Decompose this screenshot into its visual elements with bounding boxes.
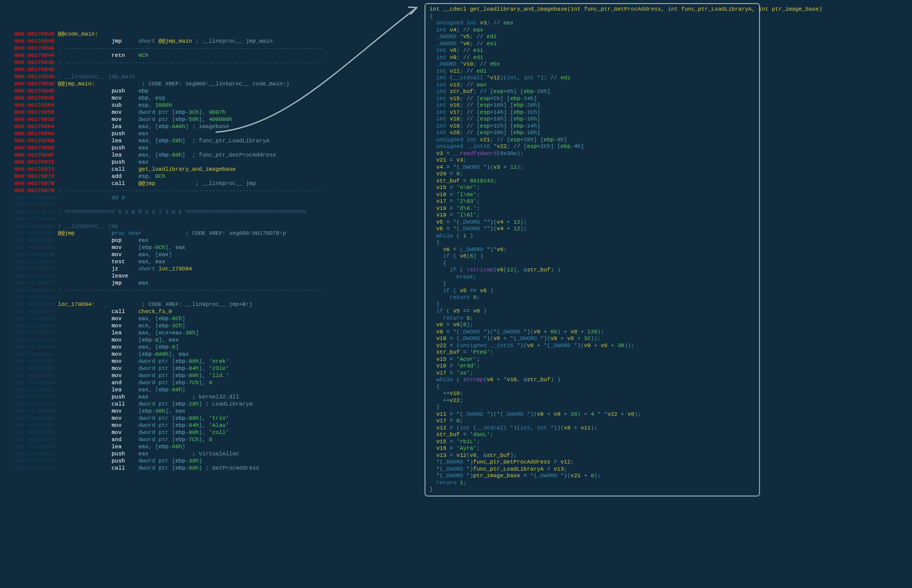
- asm-line: 000:00170D73 call get_loadlibrary_and_im…: [14, 166, 423, 173]
- c-decl: int v20; // [esp+20h] [ebp-10h]: [430, 130, 755, 137]
- asm-line: 000:00170D78 add esp, 0Ch: [14, 173, 423, 180]
- c-body: v8 = v6[6];: [430, 322, 755, 329]
- asm-line: 000:00170D94 ; -------------------------…: [14, 287, 423, 294]
- asm-line: 000:00170D56 mov dword ptr [ebp-3Ch], 0D…: [14, 109, 423, 116]
- c-body: v16 = 'Ayra';: [430, 445, 755, 452]
- asm-line: 000:00170D72 push eax: [14, 159, 423, 166]
- c-body: if ( v6[6] ): [430, 253, 755, 260]
- c-decl: int v19; // [esp+1Ch] [ebp-14h]: [430, 123, 755, 130]
- asm-line: 000:00170D94 loc_170D94: ; CODE XREF: __…: [14, 301, 423, 308]
- asm-line: 000:00170D64 lea eax, [ebp-0A8h] ; image…: [14, 123, 423, 130]
- asm-line: 000:00170D7B call @@jmp ; __linkproc__ j…: [14, 180, 423, 187]
- asm-line: 000:00170D50 sub esp, 1000h: [14, 102, 423, 109]
- asm-line: 000:00170D5D mov dword ptr [ebp-50h], 40…: [14, 116, 423, 123]
- asm-line: 000:00170D84: [14, 201, 423, 208]
- asm-line: 000:00170D48 jmp short @@jmp_main ; __li…: [14, 38, 423, 45]
- asm-line: 000:00170D6A push eax: [14, 130, 423, 137]
- c-decl: int v13; // eax: [430, 82, 755, 89]
- asm-line: 000:00170DBC mov dword ptr [ebp-84h], '2…: [14, 365, 423, 372]
- asm-line: 000:00170D4D @@jmp_main: ; CODE XREF: se…: [14, 80, 423, 87]
- asm-line: 000:00170DFD lea eax, [ebp-88h]: [14, 443, 423, 450]
- c-body: v12 = (int (__stdcall *)(int, int *))(v8…: [430, 425, 755, 432]
- c-body: if ( !stricmp(v6[12], &str_buf) ): [430, 267, 755, 274]
- asm-line: 000:00170D84 pop eax: [14, 237, 423, 244]
- c-body: v21 = v3;: [430, 157, 755, 164]
- asm-line: 000:00170DD7 push eax ; kernel32.dll: [14, 393, 423, 400]
- c-body: v11 = *(_DWORD *)(*(_DWORD *)(v9 + v8 + …: [430, 411, 755, 418]
- asm-line: 000:00170DDE mov dword ptr [ebp-88h], 't…: [14, 415, 423, 422]
- asm-line: 000:00170DD8 call dword ptr [ebp-28h] ; …: [14, 400, 423, 408]
- c-line: {: [430, 13, 755, 20]
- c-body: str_buf = 'daoL';: [430, 431, 755, 439]
- asm-line: 000:00170D4D ; -------------------------…: [14, 59, 423, 66]
- c-decl: int v9; // edi: [430, 54, 755, 61]
- c-body: *(_DWORD *)ptr_image_base = *(_DWORD *)(…: [430, 473, 755, 480]
- c-decl: int v4; // eax: [430, 27, 755, 34]
- c-decl: _DWORD *v10; // ebx: [430, 61, 755, 68]
- asm-line: 000:00170D8D test eax, eax: [14, 258, 423, 265]
- asm-line: 000:00170D94: [14, 294, 423, 301]
- c-body: ++v22;: [430, 397, 755, 405]
- c-decl: int v17; // [esp+14h] [ebp-1Ch]: [430, 109, 755, 116]
- asm-line: 000:00170DA6 mov [ebp-8], eax: [14, 336, 423, 344]
- asm-line: 000:00170DE8 mov dword ptr [ebp-84h], 'A…: [14, 422, 423, 429]
- c-body: v16 = 'l\0e';: [430, 192, 755, 199]
- c-body: break;: [430, 274, 755, 281]
- asm-line: 000:00170DDB mov [ebp-38h], eax: [14, 408, 423, 415]
- asm-line: 000:00170DC6 mov dword ptr [ebp-80h], 'l…: [14, 372, 423, 379]
- c-body: }: [430, 404, 755, 411]
- asm-line: 000:00170D6E push eax: [14, 144, 423, 151]
- c-body: *(_DWORD *)func_ptr_GetProcAddress = v12…: [430, 459, 755, 466]
- c-body: return 0;: [430, 315, 755, 322]
- asm-line: 000:00170D7B ; -------------------------…: [14, 187, 423, 194]
- c-decl: int str_buf; // [esp+8h] [ebp-28h]: [430, 88, 755, 96]
- pseudocode-panel: int __cdecl get_loadlibrary_and_imagebas…: [424, 3, 760, 497]
- asm-line: 000:00170D84 @@jmp proc near ; CODE XREF…: [14, 230, 423, 237]
- c-body: v16 = 'erdd';: [430, 363, 755, 370]
- c-body: v13 = v12(v8, &str_buf);: [430, 452, 755, 459]
- c-body: }: [430, 281, 755, 288]
- c-body: v18 = 'd\0.';: [430, 205, 755, 212]
- asm-line: 000:00170D99 mov eax, [ebp-8Ch]: [14, 315, 423, 322]
- asm-line: 000:00170D80 dd 0: [14, 194, 423, 201]
- c-body: ++v10;: [430, 390, 755, 397]
- asm-line: 000:00170D94 call check_fs_0: [14, 308, 423, 315]
- c-body: return 1;: [430, 480, 755, 487]
- c-body: v4 = *(_DWORD *)(v3 + 12);: [430, 164, 755, 171]
- c-body: v17 = 0;: [430, 418, 755, 425]
- asm-line: 000:00170D4D push ebp: [14, 87, 423, 95]
- c-decl: _DWORD *v5; // edi: [430, 34, 755, 41]
- c-body: while ( 1 ): [430, 233, 755, 240]
- asm-line: 000:00170D8F jz short loc_170D94: [14, 265, 423, 272]
- asm-line: 000:00170DF9 and dword ptr [ebp-7Ch], 0: [14, 436, 423, 443]
- c-body: str_buf = 'PteG';: [430, 349, 755, 356]
- asm-line: 000:00170E04 push dword ptr [ebp-38h]: [14, 457, 423, 465]
- asm-line: 000:00170D8B mov eax, [eax]: [14, 251, 423, 258]
- asm-line: 000:00170D84 ; =============== S U B R O…: [14, 208, 423, 215]
- disassembly-panel: 000:00170D48 @@code_main:000:00170D48 jm…: [14, 30, 423, 472]
- c-body: v17 = '2\03';: [430, 198, 755, 205]
- c-body: str_buf = 6619243;: [430, 178, 755, 185]
- asm-line: 000:00170D91 leave: [14, 272, 423, 280]
- asm-line: 000:00170D4D: [14, 66, 423, 73]
- c-signature: int __cdecl get_loadlibrary_and_imagebas…: [430, 6, 755, 13]
- c-decl: int v8; // esi: [430, 47, 755, 54]
- c-body: if ( v5 == v6 ): [430, 308, 755, 315]
- c-decl: unsigned int v21; // [esp+28h] [ebp-8h]: [430, 137, 755, 144]
- c-body: while ( strcmp(v8 + *v10, &str_buf) ): [430, 377, 755, 384]
- c-body: v15 = 'Acor';: [430, 356, 755, 363]
- c-body: v3 = __readfsdword(0x30u);: [430, 150, 755, 158]
- asm-line: 000:00170D4A retn 0Ch: [14, 52, 423, 59]
- c-body: v6 = *(_DWORD **)(v4 + 12);: [430, 226, 755, 233]
- c-body: v9 = *(_DWORD *)(*(_DWORD *)(v8 + 60) + …: [430, 329, 755, 336]
- asm-line: 000:00170D4E mov ebp, esp: [14, 95, 423, 102]
- c-line: }: [430, 486, 755, 493]
- asm-line: 000:00170DA9 mov eax, [ebp-8]: [14, 344, 423, 351]
- c-decl: int v18; // [esp+18h] [ebp-18h]: [430, 116, 755, 123]
- c-body: {: [430, 384, 755, 391]
- asm-line: 000:00170D9F mov ecx, [ebp-3Ch]: [14, 322, 423, 329]
- c-decl: int (__stdcall *v12)(int, int *); // edi: [430, 75, 755, 82]
- c-body: return 0;: [430, 294, 755, 301]
- asm-line: 000:00170DB2 mov dword ptr [ebp-88h], 'n…: [14, 358, 423, 365]
- c-body: {: [430, 260, 755, 267]
